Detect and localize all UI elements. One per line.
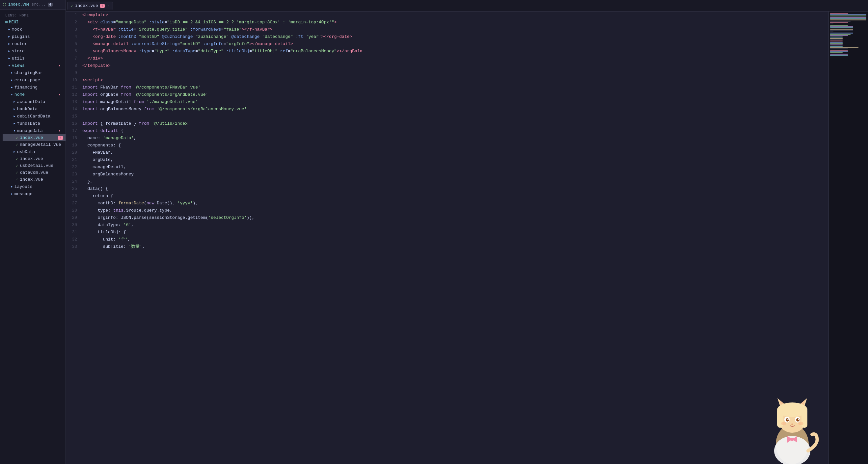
sidebar-item-chargingbar[interactable]: ▸ chargingBar: [3, 69, 65, 76]
minimap-line: [830, 50, 848, 51]
sidebar-item-router[interactable]: ▸ router: [3, 40, 65, 47]
line-number: 3: [66, 26, 82, 33]
line-content: },: [82, 178, 829, 185]
line-number: 16: [66, 120, 82, 127]
line-number: 31: [66, 229, 82, 236]
minimap-line: [830, 46, 843, 47]
line-content: </div>: [82, 55, 829, 62]
code-line: 12import orgDate from '@/components/orgA…: [66, 91, 829, 98]
line-number: 5: [66, 40, 82, 48]
minimap-line: [830, 33, 853, 34]
vue-icon: ⬡: [3, 2, 6, 7]
code-line: 24 },: [66, 178, 829, 185]
sidebar-item-meui[interactable]: ⊞ MEUI: [3, 19, 65, 26]
sidebar-header: ⬡ index.vue src... 4: [0, 0, 65, 9]
managedetail-label: manageDetail.vue: [20, 142, 61, 147]
minimap-line: [830, 15, 866, 16]
lens-home-label: LENS: HOME: [3, 11, 65, 19]
section-lens-home: LENS: HOME ⊞ MEUI ▸ mock ▸ plugins ▸ rou…: [0, 9, 65, 198]
sidebar-item-debitcarddata[interactable]: ▸ debitCardData: [3, 112, 65, 120]
sidebar-item-financing[interactable]: ▸ financing: [3, 84, 65, 91]
line-content: [82, 113, 829, 120]
accountdata-label: accountData: [17, 99, 45, 104]
sidebar-item-datacom[interactable]: ✓ dataCom.vue: [3, 169, 65, 176]
code-line: 4 <org-date :monthD="monthD" @zuzhichang…: [66, 33, 829, 40]
code-editor[interactable]: 1<template>2 <div class="manageData" :st…: [66, 11, 829, 464]
sidebar-item-fundsdata[interactable]: ▸ fundsData: [3, 120, 65, 127]
minimap-line: [830, 36, 843, 37]
sidebar-item-index-vue-active[interactable]: ✓ index.vue 4: [3, 134, 65, 141]
line-number: 15: [66, 113, 82, 120]
line-number: 17: [66, 127, 82, 135]
code-line: 21 orgDate,: [66, 156, 829, 164]
tab-close-icon[interactable]: ✕: [107, 4, 109, 8]
sidebar-item-index-vue-2[interactable]: ✓ index.vue: [3, 155, 65, 162]
line-number: 29: [66, 214, 82, 222]
line-content: dataType: '6',: [82, 222, 829, 229]
home-label: home: [14, 92, 25, 97]
code-line: 19 components: {: [66, 142, 829, 149]
code-line: 2 <div class="manageData" :style="isDD =…: [66, 19, 829, 26]
sidebar-item-views[interactable]: ▾ views ●: [3, 62, 65, 69]
sidebar-item-message[interactable]: ▸ message: [3, 190, 65, 197]
sidebar-item-managedata[interactable]: ▾ manageData ●: [3, 127, 65, 134]
code-line: 6 <orgBalancesMoney :type="type" :dataTy…: [66, 48, 829, 55]
line-number: 20: [66, 149, 82, 156]
mock-label: mock: [12, 27, 22, 32]
tab-check-icon: ✓: [71, 4, 73, 8]
line-number: 24: [66, 178, 82, 185]
tab-badge: 4: [100, 4, 105, 8]
sidebar-item-bankdata[interactable]: ▸ bankData: [3, 105, 65, 112]
code-line: 14import orgBalancesMoney from '@/compon…: [66, 106, 829, 113]
views-dot: ●: [59, 64, 63, 67]
line-content: manageDetail,: [82, 164, 829, 171]
folder-icon-utils: ▸: [8, 56, 10, 61]
sidebar-item-usbdata[interactable]: ▸ usbData: [3, 148, 65, 155]
tab-index-vue[interactable]: ✓ index.vue 4 ✕: [67, 2, 113, 9]
line-content: import { formatDate } from '@/utils/inde…: [82, 120, 829, 127]
minimap-line: [830, 29, 853, 30]
sidebar-item-store[interactable]: ▸ store: [3, 47, 65, 55]
code-line: 11import FNavBar from '@/components/FNav…: [66, 84, 829, 91]
sidebar-item-managedetail[interactable]: ✓ manageDetail.vue: [3, 141, 65, 148]
code-line: 13import manageDetail from './manageDeta…: [66, 98, 829, 106]
line-content: export default {: [82, 127, 829, 135]
sidebar-item-layouts[interactable]: ▸ layouts: [3, 183, 65, 190]
line-number: 30: [66, 222, 82, 229]
tab-bar: ✓ index.vue 4 ✕: [66, 0, 868, 11]
line-content: <manage-detail :currentDateString="month…: [82, 40, 829, 48]
line-content: <div class="manageData" :style="isDD == …: [82, 19, 829, 26]
sidebar-item-utils[interactable]: ▸ utils: [3, 55, 65, 62]
code-line: 20 FNavBar,: [66, 149, 829, 156]
sidebar-item-index-vue-3[interactable]: ✓ index.vue: [3, 176, 65, 183]
line-content: import manageDetail from './manageDetail…: [82, 98, 829, 106]
line-number: 26: [66, 193, 82, 200]
managedata-dot: ●: [59, 129, 63, 132]
line-content: import FNavBar from '@/components/FNavBa…: [82, 84, 829, 91]
minimap-line: [830, 54, 848, 55]
chargingbar-label: chargingBar: [14, 70, 43, 75]
sidebar: ⬡ index.vue src... 4 LENS: HOME ⊞ MEUI ▸…: [0, 0, 66, 464]
minimap-line: [830, 51, 848, 52]
line-number: 14: [66, 106, 82, 113]
router-label: router: [12, 41, 27, 46]
sidebar-item-home[interactable]: ▾ home ●: [3, 91, 65, 98]
check-icon-2: ✓: [16, 157, 18, 161]
minimap-line: [830, 18, 866, 19]
line-content: unit: '个',: [82, 236, 829, 243]
sidebar-item-error-page[interactable]: ▸ error-page: [3, 76, 65, 84]
code-line: 30 dataType: '6',: [66, 222, 829, 229]
code-line: 25 data() {: [66, 185, 829, 193]
minimap-line: [830, 21, 850, 22]
sidebar-item-accountdata[interactable]: ▸ accountData: [3, 98, 65, 105]
code-line: 17export default {: [66, 127, 829, 135]
minimap-line: [830, 39, 843, 40]
sidebar-item-mock[interactable]: ▸ mock: [3, 26, 65, 33]
financing-label: financing: [14, 85, 37, 90]
line-content: </template>: [82, 62, 829, 69]
sidebar-item-usbdetail[interactable]: ✓ usbDetail.vue: [3, 162, 65, 169]
index-vue-3-label: index.vue: [20, 177, 43, 182]
datacom-label: dataCom.vue: [20, 170, 49, 175]
sidebar-item-plugins[interactable]: ▸ plugins: [3, 33, 65, 40]
line-content: <f-navBar :title="$route.query.title" :f…: [82, 26, 829, 33]
